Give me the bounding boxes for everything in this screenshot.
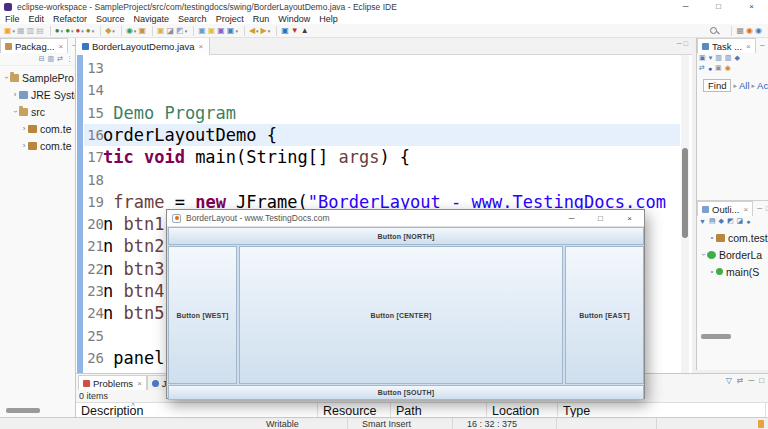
menu-project[interactable]: Project: [216, 14, 244, 24]
button-west[interactable]: Button [WEST]: [168, 246, 237, 384]
minimize-icon[interactable]: ─: [557, 210, 586, 227]
javadoc-icon[interactable]: ▣: [208, 25, 216, 37]
editor-minmax-icons[interactable]: ─ □: [677, 40, 688, 47]
coverage-icon[interactable]: ●▾: [75, 25, 83, 37]
swing-window-titlebar[interactable]: BorderLayout - www.TestingDocs.com ─□×: [167, 210, 644, 227]
outline-item-borderla[interactable]: ›BorderLa: [697, 246, 768, 263]
dropdown-arrow-icon[interactable]: ▾: [256, 28, 259, 34]
task-toolbar2-icon-2[interactable]: ▣: [715, 64, 722, 72]
search-icon[interactable]: [710, 27, 719, 36]
outline-toolbar-icon-1[interactable]: ▤: [709, 217, 716, 225]
perspective-grid-icon[interactable]: ▦: [736, 25, 744, 37]
outline-toolbar-icon-2[interactable]: ◆: [719, 217, 724, 225]
prev-annotation-icon[interactable]: ▲: [301, 25, 309, 37]
new-wizard-icon[interactable]: ▣▾: [4, 25, 15, 37]
menu-file[interactable]: File: [5, 14, 20, 24]
open-task-icon[interactable]: ▣: [157, 25, 165, 37]
tab-problems[interactable]: Problems ×: [78, 375, 147, 390]
minimize-icon[interactable]: ─: [748, 376, 754, 385]
menu-window[interactable]: Window: [278, 14, 310, 24]
java-perspective-icon[interactable]: ◉: [746, 25, 753, 37]
close-icon[interactable]: ×: [59, 42, 64, 51]
package-explorer-item-jre-syste[interactable]: ›JRE Syste: [0, 86, 75, 103]
column-header-type[interactable]: Type: [558, 403, 766, 418]
task-toolbar-icon-1[interactable]: ▾: [709, 54, 713, 62]
pe-toolbar-icon-1[interactable]: ▥: [48, 55, 55, 63]
new-class-icon[interactable]: ◉▾: [126, 25, 137, 37]
link-ac[interactable]: Ac: [757, 80, 768, 91]
dropdown-arrow-icon[interactable]: ▾: [92, 28, 95, 34]
dropdown-arrow-icon[interactable]: ▾: [268, 28, 271, 34]
button-north[interactable]: Button [NORTH]: [168, 227, 644, 245]
dropdown-arrow-icon[interactable]: ▾: [81, 28, 84, 34]
close-icon[interactable]: ×: [735, 0, 768, 13]
minimize-icon[interactable]: ─: [760, 42, 765, 49]
close-icon[interactable]: ×: [615, 210, 644, 227]
close-icon[interactable]: ×: [198, 42, 203, 51]
new-package-icon[interactable]: ▣: [138, 25, 146, 37]
task-toolbar2-icon-1[interactable]: ●: [708, 65, 712, 72]
column-header-resource[interactable]: Resource: [318, 403, 391, 418]
next-annotation-icon[interactable]: ▼: [291, 25, 299, 37]
outline-item-main-s[interactable]: •main(S: [697, 263, 768, 280]
button-east[interactable]: Button [EAST]: [565, 246, 644, 384]
dropdown-arrow-icon[interactable]: ▾: [235, 28, 238, 34]
task-toolbar-icon-3[interactable]: ▥: [725, 54, 732, 62]
dropdown-arrow-icon[interactable]: ▾: [13, 28, 16, 34]
minimize-icon[interactable]: ─: [757, 205, 762, 212]
print-icon[interactable]: ▤: [36, 25, 44, 37]
outline-toolbar-icon-0[interactable]: ▼: [699, 218, 706, 225]
expander-icon[interactable]: ›: [20, 124, 28, 133]
tab-borderlayoutdemo-java[interactable]: BorderLayoutDemo.java ×: [76, 38, 210, 55]
package-explorer-item-src[interactable]: ›src: [0, 103, 75, 120]
dropdown-arrow-icon[interactable]: ▾: [61, 28, 64, 34]
close-icon[interactable]: ×: [137, 379, 142, 388]
dropdown-arrow-icon[interactable]: ▾: [71, 28, 74, 34]
dropdown-arrow-icon[interactable]: ▾: [134, 28, 137, 34]
horizontal-scrollbar[interactable]: [6, 408, 40, 413]
external-tools-icon[interactable]: ●▾: [86, 25, 94, 37]
status-notification-icon[interactable]: [758, 420, 764, 428]
column-header-path[interactable]: Path: [391, 403, 487, 418]
maximize-icon[interactable]: □: [702, 0, 735, 13]
maximize-icon[interactable]: □: [586, 210, 615, 227]
pe-toolbar-icon-2[interactable]: ⇄: [57, 55, 63, 63]
link-all[interactable]: All: [739, 80, 750, 91]
save-all-icon[interactable]: ▥: [27, 25, 35, 37]
expander-icon[interactable]: ›: [20, 141, 28, 150]
column-header-description[interactable]: Description˄: [76, 403, 318, 418]
pe-toolbar-icon-3[interactable]: ⋮: [66, 55, 73, 63]
expander-icon[interactable]: ›: [11, 90, 19, 99]
menu-edit[interactable]: Edit: [29, 14, 45, 24]
mark-occurrences-icon[interactable]: ◪: [167, 25, 175, 37]
task-toolbar-icon-4[interactable]: ◆: [734, 54, 739, 62]
package-explorer-item-com-te[interactable]: ›com.te: [0, 120, 75, 137]
debug-perspective-icon[interactable]: ◉: [755, 25, 762, 37]
run-icon[interactable]: ●▾: [65, 25, 73, 37]
back-icon[interactable]: ◀▾: [249, 25, 259, 37]
close-icon[interactable]: ×: [746, 42, 751, 51]
pe-toolbar-icon-0[interactable]: ⊟: [39, 55, 45, 63]
close-icon[interactable]: ×: [743, 205, 748, 214]
menu-navigate[interactable]: Navigate: [134, 14, 170, 24]
forward-icon[interactable]: ▶▾: [261, 25, 271, 37]
save-icon[interactable]: ▦: [17, 25, 25, 37]
package-explorer-item-com-te[interactable]: ›com.te: [0, 137, 75, 154]
tab-package-explorer[interactable]: Packag... ×: [0, 38, 68, 53]
menu-search[interactable]: Search: [178, 14, 207, 24]
open-type-icon[interactable]: ◆▾: [105, 25, 115, 37]
find-button[interactable]: Find: [703, 79, 731, 92]
annotations-icon[interactable]: ◩▾: [176, 25, 187, 37]
borderlayout-demo-window[interactable]: BorderLayout - www.TestingDocs.com ─□× B…: [166, 209, 645, 399]
generate-icon[interactable]: ▣▾: [227, 25, 238, 37]
task-toolbar-icon-0[interactable]: ▣: [699, 54, 706, 62]
tab-outline[interactable]: Outli... ×: [697, 201, 753, 216]
dropdown-arrow-icon[interactable]: ▾: [185, 28, 188, 34]
outline-item-com-test[interactable]: •com.test: [697, 229, 768, 246]
horizontal-scrollbar[interactable]: [701, 334, 731, 339]
outline-toolbar-icon-4[interactable]: ◪: [737, 217, 744, 225]
outline-toolbar-icon-5[interactable]: ●: [746, 218, 750, 225]
task-toolbar-icon-2[interactable]: ▥: [715, 54, 722, 62]
task-toolbar2-icon-0[interactable]: ⇄: [699, 64, 705, 72]
button-south[interactable]: Button [SOUTH]: [168, 385, 644, 400]
